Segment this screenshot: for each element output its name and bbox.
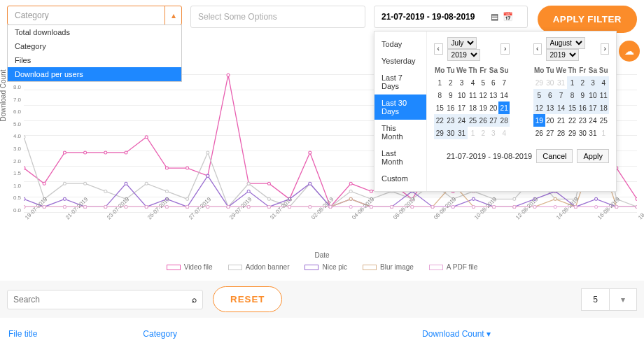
calendar-day[interactable]: 1 xyxy=(598,127,609,139)
range-preset[interactable]: Yesterday xyxy=(374,52,426,69)
calendar-day[interactable]: 19 xyxy=(533,114,545,127)
calendar-day[interactable]: 8 xyxy=(434,89,446,102)
range-preset[interactable]: Last 30 Days xyxy=(374,94,426,120)
calendar-day[interactable]: 22 xyxy=(567,114,578,127)
calendar-day[interactable]: 23 xyxy=(578,114,587,127)
year-select-right[interactable]: 2019 xyxy=(546,49,579,61)
calendar-day[interactable]: 25 xyxy=(468,114,478,127)
calendar-day[interactable]: 14 xyxy=(555,102,567,114)
calendar-day[interactable]: 28 xyxy=(498,114,510,127)
calendar-day[interactable]: 7 xyxy=(498,76,510,89)
calendar-day[interactable]: 23 xyxy=(446,114,456,127)
range-preset[interactable]: Last 7 Days xyxy=(374,69,426,94)
table-header[interactable]: Download Count ▾ xyxy=(415,323,643,344)
range-preset[interactable]: Today xyxy=(374,36,426,52)
calendar-day[interactable]: 21 xyxy=(498,102,510,114)
range-preset[interactable]: This Month xyxy=(374,120,426,145)
calendar-day[interactable]: 29 xyxy=(567,127,578,139)
calendar-day[interactable]: 25 xyxy=(598,114,609,127)
calendar-day[interactable]: 31 xyxy=(587,127,598,139)
calendar-day[interactable]: 10 xyxy=(456,89,468,102)
calendar-day[interactable]: 29 xyxy=(434,127,446,139)
year-select-left[interactable]: 2019 xyxy=(447,49,480,61)
range-preset[interactable]: Custom xyxy=(374,170,426,187)
calendar-day[interactable]: 11 xyxy=(598,89,609,102)
calendar-day[interactable]: 30 xyxy=(578,127,587,139)
calendar-day[interactable]: 31 xyxy=(456,127,468,139)
calendar-day[interactable]: 11 xyxy=(468,89,478,102)
category-option[interactable]: Files xyxy=(8,53,181,67)
calendar-day[interactable]: 16 xyxy=(446,102,456,114)
calendar-day[interactable]: 27 xyxy=(545,127,556,139)
calendar-day[interactable]: 13 xyxy=(488,89,498,102)
calendar-day[interactable]: 10 xyxy=(587,89,598,102)
next-month-button[interactable]: › xyxy=(500,43,510,55)
calendar-day[interactable]: 8 xyxy=(567,89,578,102)
calendar-day[interactable]: 6 xyxy=(545,89,556,102)
calendar-day[interactable]: 17 xyxy=(587,102,598,114)
table-header[interactable]: File title xyxy=(1,323,134,344)
calendar-day[interactable]: 2 xyxy=(478,127,488,139)
calendar-day[interactable]: 9 xyxy=(446,89,456,102)
category-option[interactable]: Total downloads xyxy=(8,25,181,39)
calendar-day[interactable]: 2 xyxy=(578,76,587,89)
table-header[interactable]: Category xyxy=(136,323,414,344)
calendar-day[interactable]: 22 xyxy=(434,114,446,127)
category-option[interactable]: Category xyxy=(8,39,181,53)
cancel-button[interactable]: Cancel xyxy=(536,149,573,163)
calendar-day[interactable]: 15 xyxy=(567,102,578,114)
calendar-day[interactable]: 19 xyxy=(478,102,488,114)
calendar-day[interactable]: 30 xyxy=(545,76,556,89)
search-box[interactable]: ⌕ xyxy=(7,290,203,309)
range-preset[interactable]: Last Month xyxy=(374,145,426,170)
multi-select[interactable]: Select Some Options xyxy=(190,6,365,28)
calendar-day[interactable]: 12 xyxy=(478,89,488,102)
calendar-day[interactable]: 30 xyxy=(446,127,456,139)
calendar-day[interactable]: 24 xyxy=(587,114,598,127)
calendar-day[interactable]: 2 xyxy=(446,76,456,89)
calendar-day[interactable]: 12 xyxy=(533,102,545,114)
search-input[interactable] xyxy=(13,295,192,304)
calendar-day[interactable]: 18 xyxy=(598,102,609,114)
calendar-day[interactable]: 31 xyxy=(555,76,567,89)
calendar-day[interactable]: 4 xyxy=(468,76,478,89)
calendar-day[interactable]: 28 xyxy=(555,127,567,139)
calendar-day[interactable]: 3 xyxy=(488,127,498,139)
calendar-day[interactable]: 17 xyxy=(456,102,468,114)
calendar-day[interactable]: 6 xyxy=(488,76,498,89)
calendar-day[interactable]: 16 xyxy=(578,102,587,114)
calendar-day[interactable]: 26 xyxy=(533,127,545,139)
category-select[interactable]: Category ▴ Total downloadsCategoryFilesD… xyxy=(7,6,182,25)
month-select-left[interactable]: July xyxy=(447,37,477,49)
calendar-day[interactable]: 7 xyxy=(555,89,567,102)
calendar-day[interactable]: 29 xyxy=(533,76,545,89)
category-option[interactable]: Download per users xyxy=(8,67,181,81)
calendar-day[interactable]: 14 xyxy=(498,89,510,102)
calendar-day[interactable]: 5 xyxy=(533,89,545,102)
reset-button[interactable]: RESET xyxy=(213,286,282,312)
calendar-day[interactable]: 4 xyxy=(598,76,609,89)
table-row[interactable]: Video fileDefault theme category95 xyxy=(1,346,643,350)
apply-filter-button[interactable]: APPLY FILTER xyxy=(538,6,637,33)
calendar-day[interactable]: 1 xyxy=(468,127,478,139)
calendar-day[interactable]: 13 xyxy=(545,102,556,114)
calendar-day[interactable]: 9 xyxy=(578,89,587,102)
calendar-day[interactable]: 1 xyxy=(567,76,578,89)
calendar-day[interactable]: 1 xyxy=(434,76,446,89)
calendar-day[interactable]: 15 xyxy=(434,102,446,114)
date-range-field[interactable] xyxy=(382,12,486,22)
prev-month-button[interactable]: ‹ xyxy=(434,43,443,55)
calendar-day[interactable]: 4 xyxy=(498,127,510,139)
calendar-day[interactable]: 18 xyxy=(468,102,478,114)
calendar-day[interactable]: 21 xyxy=(555,114,567,127)
cloud-download-icon[interactable]: ☁ xyxy=(619,41,640,62)
calendar-day[interactable]: 3 xyxy=(587,76,598,89)
month-select-right[interactable]: August xyxy=(546,37,585,49)
prev-month-button[interactable]: ‹ xyxy=(533,43,542,55)
search-icon[interactable]: ⌕ xyxy=(192,295,197,304)
apply-button[interactable]: Apply xyxy=(577,149,609,163)
calendar-day[interactable]: 24 xyxy=(456,114,468,127)
page-size-select[interactable]: 5▾ xyxy=(581,288,637,311)
calendar-day[interactable]: 27 xyxy=(488,114,498,127)
next-month-button[interactable]: › xyxy=(601,43,609,55)
